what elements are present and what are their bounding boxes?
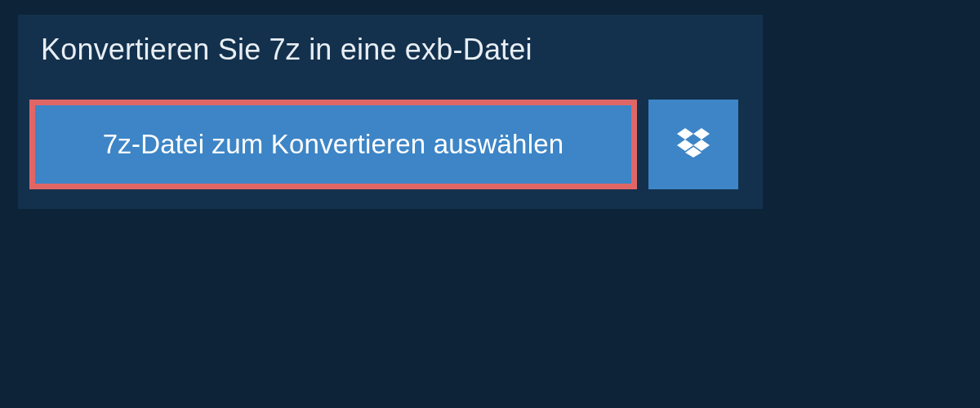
page-title: Konvertieren Sie 7z in eine exb-Datei xyxy=(41,33,532,67)
button-row: 7z-Datei zum Konvertieren auswählen xyxy=(18,88,763,209)
select-file-label: 7z-Datei zum Konvertieren auswählen xyxy=(103,129,564,160)
dropbox-icon xyxy=(677,128,710,161)
svg-marker-0 xyxy=(677,128,693,140)
dropbox-button[interactable] xyxy=(648,100,738,189)
converter-panel: Konvertieren Sie 7z in eine exb-Datei 7z… xyxy=(18,15,763,209)
svg-marker-1 xyxy=(693,128,710,140)
select-file-button[interactable]: 7z-Datei zum Konvertieren auswählen xyxy=(29,100,637,189)
panel-header: Konvertieren Sie 7z in eine exb-Datei xyxy=(18,15,555,88)
